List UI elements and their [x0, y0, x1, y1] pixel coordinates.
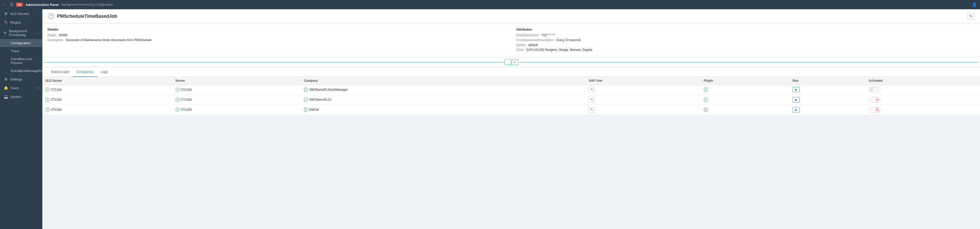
- description-label: Description:: [48, 38, 64, 42]
- expand-button[interactable]: ✕: [512, 59, 518, 65]
- chevron-down-icon: ⌄: [37, 31, 39, 35]
- row3-company-check[interactable]: ✓: [304, 108, 308, 112]
- row3-server-check[interactable]: ✓: [175, 108, 180, 112]
- description-value: Generator of Maintenance Order documents…: [66, 38, 151, 42]
- details-section: Details Plugin: MI360 Description: Gener…: [42, 23, 980, 57]
- row1-server-check[interactable]: ✓: [175, 88, 180, 92]
- row1-server: ✓ CTL024: [172, 85, 301, 95]
- row2-plugin-check[interactable]: ✓: [704, 98, 708, 102]
- tab-recent-calls[interactable]: Recent calls: [48, 67, 73, 77]
- app-title: Administration Panel: [25, 3, 59, 7]
- background-processing-icon: ↻: [3, 31, 7, 35]
- row3-toggle-off[interactable]: ✕: [875, 107, 880, 112]
- row1-activated-toggle[interactable]: ✓ ✕: [869, 87, 880, 93]
- sidebar-label-eventbus-publisher: EventBusMessagePublisher...: [11, 69, 42, 73]
- collapse-button[interactable]: ↑: [504, 59, 511, 65]
- sidebar-item-eventbus-live[interactable]: EventBus Live Preview: [0, 55, 42, 67]
- sidebar-item-eventbus-publisher[interactable]: EventBusMessagePublisher...: [0, 67, 42, 75]
- row2-plugin: ✓: [701, 95, 789, 105]
- table-header-row: SLD Server Server Company SAP User Plugi…: [42, 77, 980, 85]
- sidebar-item-system[interactable]: 💻 System: [0, 92, 42, 101]
- tab-companies[interactable]: Companies: [73, 67, 97, 77]
- row1-toggle-on[interactable]: ✓: [869, 87, 875, 92]
- sidebar-item-trace1[interactable]: Trace: [0, 47, 42, 55]
- col-plugin: Plugin: [701, 77, 789, 85]
- queue-value: default: [528, 43, 538, 47]
- refresh-button[interactable]: ↻: [967, 13, 975, 19]
- trace-chevron-icon: >: [37, 86, 39, 90]
- system-icon: 💻: [3, 94, 8, 99]
- row1-run-button[interactable]: ▶: [792, 87, 800, 93]
- attributes-heading: Attributes: [516, 27, 975, 31]
- row3-plugin-check[interactable]: ✕: [704, 108, 708, 112]
- row3-toggle-on[interactable]: ✓: [869, 107, 875, 112]
- row3-plugin: ✕: [701, 105, 789, 115]
- cron-description-label: CronExpressionDescription:: [516, 38, 555, 42]
- row3-server: ✓ CTL024: [172, 105, 301, 115]
- col-run: Run: [789, 77, 865, 85]
- top-header: ← ☰ AE Administration Panel Background P…: [0, 0, 980, 9]
- tab-logs[interactable]: Logs: [97, 67, 111, 77]
- settings-icon: ⚙: [3, 77, 8, 81]
- sub-title: Background Processing Configuration: [61, 3, 113, 6]
- row1-sld-check[interactable]: ✓: [45, 88, 49, 92]
- row2-sap-user: ✎: [586, 95, 701, 105]
- back-button[interactable]: ←: [3, 2, 7, 7]
- zone-value: (UTC+01:00) Sarajevo, Skopje, Warsaw, Za…: [526, 48, 592, 52]
- clock-icon: 🕐: [48, 13, 54, 19]
- row1-toggle-off[interactable]: ✕: [875, 87, 880, 92]
- sidebar-label-sld-servers: SLD Servers: [10, 12, 29, 16]
- table-row: ✓ CTL024 ✓ CTL024 ✓: [42, 105, 980, 115]
- user-icon[interactable]: 👤: [972, 2, 977, 7]
- row1-plugin-check[interactable]: ✓: [704, 88, 708, 92]
- sidebar-item-sld-servers[interactable]: ⚙ SLD Servers: [0, 9, 42, 18]
- divider-line-right: [519, 62, 979, 62]
- queue-label: Queue:: [516, 43, 527, 47]
- row2-sld-check[interactable]: ✓: [45, 98, 49, 102]
- row3-sld-check[interactable]: ✓: [45, 108, 49, 112]
- details-heading: Details: [48, 27, 506, 31]
- cron-expression-row: CronExpression: */10 * * * *: [516, 34, 975, 37]
- row2-server: ✓ CTL024: [172, 95, 301, 105]
- plugins-icon: 🔌: [3, 20, 8, 24]
- sidebar-label-system: System: [10, 95, 21, 99]
- menu-icon[interactable]: ☰: [10, 2, 13, 7]
- sidebar-label-configuration: Configuration: [11, 41, 30, 45]
- row2-company-check[interactable]: ✓: [304, 98, 308, 102]
- row1-run: ▶: [789, 85, 865, 95]
- row1-sld-server: ✓ CTL024: [42, 85, 172, 95]
- row2-edit-button[interactable]: ✎: [589, 97, 595, 102]
- companies-table: SLD Server Server Company SAP User Plugi…: [42, 77, 980, 115]
- row2-company: ✓ SBODemoPL10: [301, 95, 585, 105]
- queue-row: Queue: default: [516, 43, 975, 47]
- row3-activated-toggle[interactable]: ✓ ✕: [869, 107, 880, 112]
- sld-servers-icon: ⚙: [3, 11, 8, 16]
- sidebar-item-plugins[interactable]: 🔌 Plugins: [0, 18, 42, 27]
- description-row: Description: Generator of Maintenance Or…: [48, 38, 506, 42]
- sidebar-item-settings[interactable]: ⚙ Settings: [0, 75, 42, 83]
- col-server: Server: [172, 77, 301, 85]
- row2-toggle-on[interactable]: ✓: [869, 97, 875, 102]
- row3-activated: ✓ ✕: [865, 105, 980, 115]
- row2-activated: ✓ ✕: [865, 95, 980, 105]
- row1-edit-button[interactable]: ✎: [589, 87, 595, 93]
- trace-icon: 🔔: [3, 86, 8, 90]
- sidebar-item-background-processing[interactable]: ↻ Background Processing ⌄: [0, 27, 42, 39]
- row2-toggle-off[interactable]: ✕: [875, 97, 880, 102]
- row2-server-check[interactable]: ✓: [175, 98, 180, 102]
- sidebar-label-background-processing: Background Processing: [9, 29, 34, 37]
- plugin-label: Plugin:: [48, 34, 57, 37]
- sidebar-item-trace2[interactable]: 🔔 Trace >: [0, 83, 42, 92]
- row3-run-button[interactable]: ▶: [792, 107, 800, 112]
- row2-run: ▶: [789, 95, 865, 105]
- sidebar-label-plugins: Plugins: [10, 21, 21, 24]
- plugin-value: MI360: [59, 34, 67, 37]
- sidebar-item-configuration[interactable]: Configuration: [0, 39, 42, 47]
- row3-sld-server: ✓ CTL024: [42, 105, 172, 115]
- row2-run-button[interactable]: ▶: [792, 97, 800, 102]
- row2-activated-toggle[interactable]: ✓ ✕: [869, 97, 880, 102]
- main-layout: ⚙ SLD Servers 🔌 Plugins ↻ Background Pro…: [0, 9, 980, 229]
- cron-expression-value: */10 * * * *: [541, 34, 555, 37]
- row3-edit-button[interactable]: ✎: [589, 107, 595, 112]
- row1-company-check[interactable]: ✓: [304, 88, 308, 92]
